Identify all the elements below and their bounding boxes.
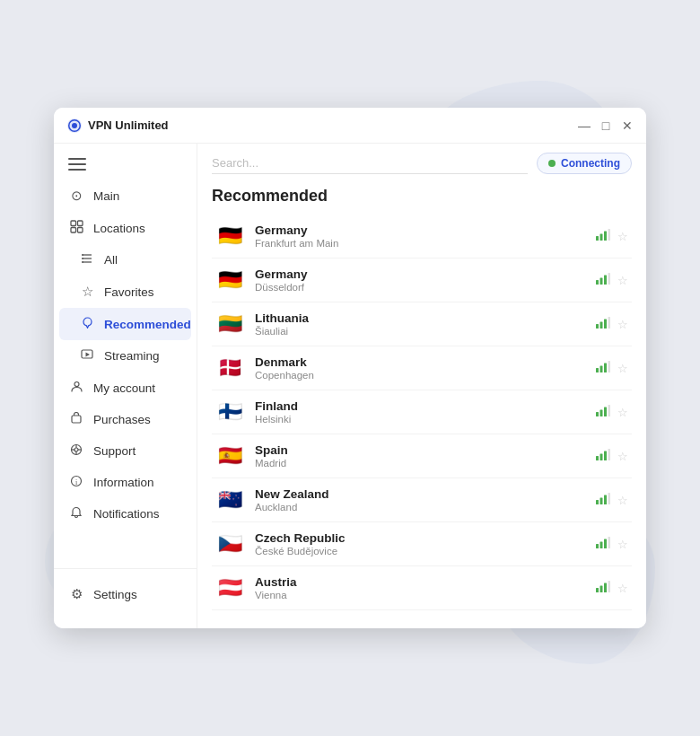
favorite-star-icon[interactable]: ☆: [617, 362, 628, 375]
svg-rect-52: [596, 544, 599, 548]
location-info: Spain Madrid: [255, 443, 585, 469]
sidebar-item-locations[interactable]: Locations: [54, 212, 197, 244]
favorite-star-icon[interactable]: ☆: [617, 406, 628, 419]
favorite-star-icon[interactable]: ☆: [617, 274, 628, 287]
favorite-star-icon[interactable]: ☆: [617, 582, 628, 595]
sidebar-item-all[interactable]: All: [54, 244, 197, 276]
sidebar-item-label: Main: [93, 189, 119, 203]
svg-rect-38: [604, 364, 607, 373]
favorite-star-icon[interactable]: ☆: [617, 538, 628, 551]
location-actions: ☆: [596, 361, 628, 375]
svg-rect-34: [604, 320, 607, 329]
svg-rect-55: [608, 537, 611, 548]
sidebar: ⊙ Main Locations All: [54, 144, 197, 628]
settings-icon: ⚙: [68, 586, 84, 602]
svg-rect-43: [608, 405, 611, 416]
sidebar-item-my-account[interactable]: My account: [54, 372, 197, 404]
location-country: Czech Republic: [255, 531, 585, 545]
sidebar-item-label: Recommended: [104, 318, 191, 331]
sidebar-item-support[interactable]: Support: [54, 435, 197, 467]
svg-rect-2: [77, 221, 83, 226]
maximize-button[interactable]: □: [599, 119, 612, 132]
brand: VPN Unlimited: [66, 118, 578, 134]
location-country: New Zealand: [255, 487, 585, 501]
favorite-star-icon[interactable]: ☆: [617, 230, 628, 243]
signal-icon: [596, 449, 610, 463]
signal-icon: [596, 405, 610, 419]
list-item[interactable]: 🇦🇹 Austria Vienna ☆: [212, 566, 632, 610]
signal-icon: [596, 537, 610, 551]
svg-rect-51: [608, 493, 611, 504]
all-icon: [79, 252, 95, 267]
support-icon: [68, 443, 84, 459]
hamburger-button[interactable]: [54, 153, 197, 180]
location-actions: ☆: [596, 537, 628, 551]
flag-icon: 🇪🇸: [215, 446, 244, 466]
svg-rect-59: [608, 581, 611, 592]
sidebar-item-label: Streaming: [104, 349, 160, 363]
minimize-button[interactable]: —: [578, 119, 591, 132]
svg-rect-29: [600, 278, 603, 285]
location-list: Recommended 🇩🇪 Germany Frankfurt am Main…: [197, 174, 646, 628]
sidebar-item-information[interactable]: i Information: [54, 467, 197, 498]
favorite-star-icon[interactable]: ☆: [617, 494, 628, 507]
location-country: Germany: [255, 267, 585, 281]
status-text: Connecting: [561, 157, 620, 170]
flag-icon: 🇩🇪: [215, 226, 244, 246]
list-item[interactable]: 🇩🇰 Denmark Copenhagen ☆: [212, 346, 632, 390]
location-info: Czech Republic České Budějovice: [255, 531, 585, 556]
list-item[interactable]: 🇫🇮 Finland Helsinki ☆: [212, 390, 632, 434]
svg-point-10: [82, 261, 83, 263]
sidebar-item-label: Support: [93, 444, 136, 458]
location-items: 🇩🇪 Germany Frankfurt am Main ☆ 🇩🇪 German…: [212, 215, 632, 610]
search-input[interactable]: [212, 153, 528, 174]
location-country: Lithuania: [255, 311, 585, 325]
svg-rect-56: [596, 588, 599, 592]
list-item[interactable]: 🇳🇿 New Zealand Auckland ☆: [212, 478, 632, 522]
svg-rect-58: [604, 583, 607, 593]
favorite-star-icon[interactable]: ☆: [617, 450, 628, 463]
sidebar-item-recommended[interactable]: Recommended: [59, 308, 191, 340]
list-item[interactable]: 🇨🇿 Czech Republic České Budějovice ☆: [212, 522, 632, 566]
location-actions: ☆: [596, 405, 628, 419]
list-item[interactable]: 🇩🇪 Germany Frankfurt am Main ☆: [212, 215, 632, 258]
sidebar-item-main[interactable]: ⊙ Main: [54, 180, 197, 212]
sidebar-item-label: Notifications: [93, 507, 160, 521]
favorite-star-icon[interactable]: ☆: [617, 318, 628, 331]
location-country: Denmark: [255, 355, 585, 369]
signal-icon: [596, 317, 610, 331]
app-window: VPN Unlimited — □ ✕ ⊙ Main: [54, 108, 646, 628]
flag-icon: 🇫🇮: [215, 402, 244, 422]
sidebar-item-label: Information: [93, 476, 154, 489]
close-button[interactable]: ✕: [621, 119, 634, 132]
sidebar-item-streaming[interactable]: Streaming: [54, 340, 197, 372]
account-icon: [68, 380, 84, 396]
list-item[interactable]: 🇱🇹 Lithuania Šiauliai ☆: [212, 302, 632, 346]
svg-rect-36: [596, 368, 599, 372]
location-country: Austria: [255, 575, 585, 589]
svg-rect-42: [604, 407, 607, 417]
svg-rect-1: [71, 221, 76, 226]
svg-rect-40: [596, 412, 599, 416]
notifications-icon: [68, 506, 84, 521]
list-item[interactable]: 🇩🇪 Germany Düsseldorf ☆: [212, 258, 632, 302]
svg-point-14: [74, 382, 79, 387]
sidebar-item-purchases[interactable]: Purchases: [54, 404, 197, 435]
svg-rect-49: [600, 498, 603, 505]
sidebar-item-label: Settings: [93, 588, 137, 601]
svg-rect-57: [600, 586, 603, 593]
location-actions: ☆: [596, 449, 628, 463]
svg-rect-39: [608, 361, 611, 372]
svg-point-9: [82, 258, 83, 259]
list-item[interactable]: 🇪🇸 Spain Madrid ☆: [212, 434, 632, 478]
svg-rect-15: [72, 416, 81, 423]
flag-icon: 🇨🇿: [215, 534, 244, 554]
svg-rect-27: [608, 229, 611, 241]
sidebar-item-label: Locations: [93, 222, 145, 235]
sidebar-item-settings[interactable]: ⚙ Settings: [54, 578, 197, 610]
svg-rect-32: [596, 324, 599, 329]
svg-point-17: [74, 448, 78, 451]
sidebar-item-favorites[interactable]: ☆ Favorites: [54, 276, 197, 308]
svg-rect-47: [608, 449, 611, 460]
sidebar-item-notifications[interactable]: Notifications: [54, 498, 197, 530]
